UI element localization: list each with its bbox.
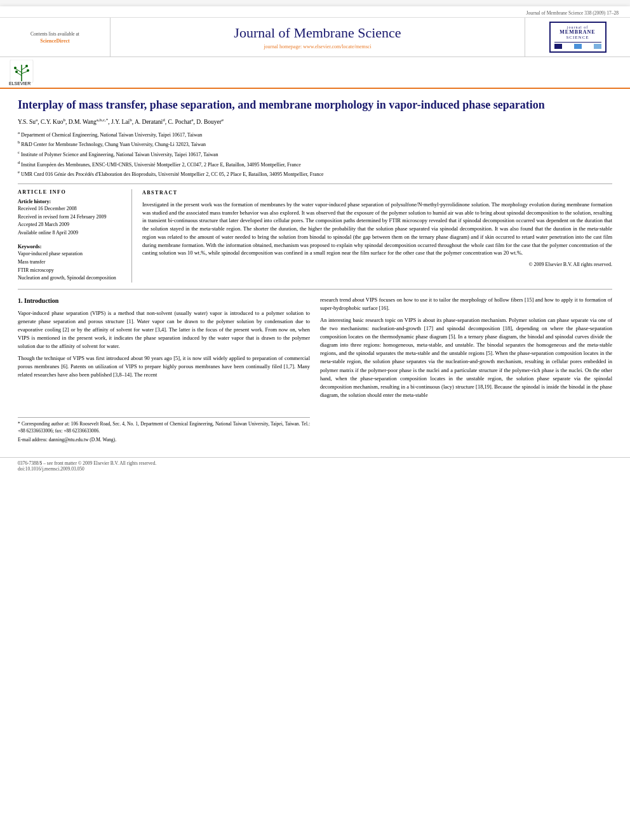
page-footer: 0376-7388/$ – see front matter © 2009 El… <box>0 457 630 474</box>
contents-label: Contents lists available at <box>30 31 79 37</box>
footnote-1: * Corresponding author at: 106 Roosevelt… <box>18 420 310 435</box>
abstract-text: Investigated in the present work was the… <box>142 201 612 257</box>
journal-title-block: Journal of Membrane Science journal home… <box>111 18 525 57</box>
intro-para-1: Vapor-induced phase separation (VIPS) is… <box>18 309 310 351</box>
body-two-col: 1. Introduction Vapor-induced phase sepa… <box>18 296 612 443</box>
affiliation-e: e UMR Cnrd 016 Génie des Procédés d'Elab… <box>18 169 612 178</box>
body-col-right: research trend about VIPS focuses on how… <box>320 296 612 443</box>
article-info-heading: ARTICLE INFO <box>18 189 124 195</box>
svg-point-7 <box>25 65 28 67</box>
contents-left: Contents lists available at ScienceDirec… <box>0 18 111 57</box>
svg-point-8 <box>15 70 18 73</box>
section-divider <box>18 289 612 290</box>
elsevier-logo-icon: ELSEVIER <box>9 60 60 85</box>
article-info-abstract: ARTICLE INFO Article history: Received 1… <box>18 183 612 283</box>
history-label: Article history: <box>18 199 124 204</box>
keywords-block: Keywords: Vapor-induced phase separation… <box>18 244 124 283</box>
date-received: Received 16 December 2008 Received in re… <box>18 205 124 237</box>
footnote-2: E-mail address: danning@ntu.edu.tw (D.M.… <box>18 436 310 443</box>
svg-point-9 <box>27 69 29 72</box>
keyword-3: FTIR microscopy <box>18 267 124 275</box>
affiliations: a Department of Chemical Engineering, Na… <box>18 130 612 178</box>
svg-point-6 <box>14 67 17 69</box>
footer-doi: doi:10.1016/j.memsci.2009.03.050 <box>18 466 612 472</box>
intro-col2-para-1: research trend about VIPS focuses on how… <box>320 296 612 312</box>
journal-logo-box: journal of MEMBRANE SCIENCE <box>549 22 607 53</box>
affiliation-a: a Department of Chemical Engineering, Na… <box>18 130 612 139</box>
intro-heading: 1. Introduction <box>18 296 310 306</box>
affiliation-d: d Institut Européen des Membranes, ENSC-… <box>18 159 612 169</box>
homepage-link: journal homepage: www.elsevier.com/locat… <box>264 44 371 50</box>
footnotes: * Corresponding author at: 106 Roosevelt… <box>18 417 310 443</box>
homepage-url[interactable]: www.elsevier.com/locate/memsci <box>303 44 371 50</box>
journal-logo-block: journal of MEMBRANE SCIENCE <box>525 18 630 57</box>
affiliation-b: b R&D Center for Membrane Technology, Ch… <box>18 139 612 149</box>
elsevier-bar: ELSEVIER <box>0 57 630 89</box>
authors: Y.S. Sua, C.Y. Kuob, D.M. Wanga,b,c,*, J… <box>18 117 612 125</box>
logo-membrane-text: MEMBRANE <box>554 29 601 35</box>
article-content: Interplay of mass transfer, phase separa… <box>0 89 630 452</box>
article-info-panel: ARTICLE INFO Article history: Received 1… <box>18 189 132 283</box>
affiliation-c: c Institute of Polymer Science and Engin… <box>18 149 612 159</box>
journal-title: Journal of Membrane Science <box>234 25 401 41</box>
logo-science-text: SCIENCE <box>554 35 601 40</box>
page: Journal of Membrane Science 338 (2009) 1… <box>0 6 630 840</box>
journal-header: Journal of Membrane Science 338 (2009) 1… <box>0 6 630 18</box>
journal-ref: Journal of Membrane Science 338 (2009) 1… <box>526 10 619 16</box>
keyword-1: Vapor-induced phase separation <box>18 250 124 258</box>
sciencedirect-label: ScienceDirect <box>40 38 70 44</box>
svg-text:ELSEVIER: ELSEVIER <box>9 81 30 85</box>
abstract-panel: ABSTRACT Investigated in the present wor… <box>142 189 612 283</box>
keyword-2: Mass transfer <box>18 258 124 267</box>
copyright: © 2009 Elsevier B.V. All rights reserved… <box>142 261 612 269</box>
keywords-label: Keywords: <box>18 244 124 250</box>
article-title: Interplay of mass transfer, phase separa… <box>18 98 612 112</box>
intro-col2-para-2: An interesting basic research topic on V… <box>320 316 612 400</box>
abstract-heading: ABSTRACT <box>142 189 612 197</box>
keyword-4: Nucleation and growth, Spinodal decompos… <box>18 274 124 283</box>
intro-para-2: Though the technique of VIPS was first i… <box>18 354 310 380</box>
footer-issn: 0376-7388/$ – see front matter © 2009 El… <box>18 460 612 466</box>
homepage-label: journal homepage: <box>264 44 303 50</box>
body-col-left: 1. Introduction Vapor-induced phase sepa… <box>18 296 310 443</box>
contents-bar: Contents lists available at ScienceDirec… <box>0 18 630 57</box>
